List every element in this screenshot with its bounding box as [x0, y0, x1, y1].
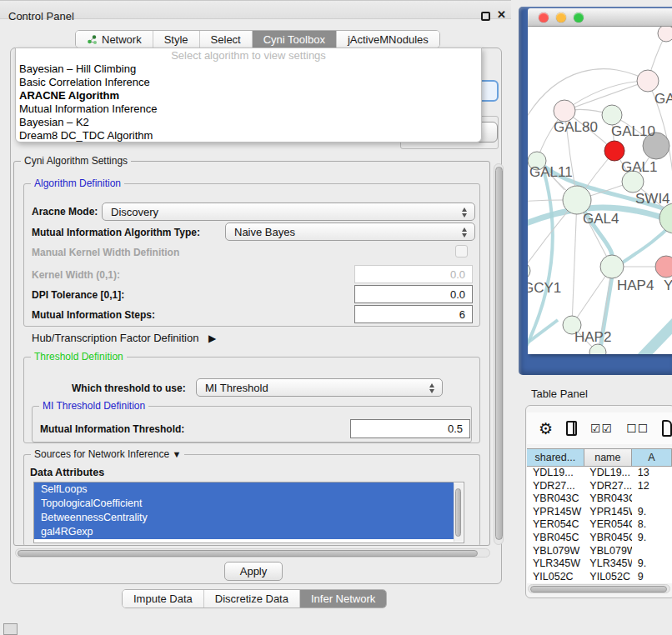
network-edge[interactable]	[528, 200, 563, 202]
kernel-width-field[interactable]: 0.0	[354, 265, 473, 283]
column-view-icon[interactable]	[566, 421, 577, 436]
stepper-icon	[462, 227, 468, 238]
tab-style[interactable]: Style	[153, 31, 200, 48]
table-cell: YBL079W	[584, 545, 631, 558]
float-window-icon[interactable]	[481, 12, 490, 21]
column-header-2[interactable]: name	[584, 449, 632, 466]
collapse-down-arrow-icon[interactable]: ▼	[172, 449, 181, 459]
collapsed-panel-grip[interactable]	[3, 623, 18, 635]
new-table-icon[interactable]	[662, 420, 672, 437]
table-cell: 9	[632, 571, 672, 583]
network-node[interactable]	[658, 27, 672, 42]
close-traffic-light[interactable]	[539, 12, 549, 22]
hub-definition-expander[interactable]: Hub/Transcription Factor Definition ▶	[32, 332, 216, 344]
network-view-canvas[interactable]: GALGAL80GAL10GAL11GAL1SWI4GAL4GCY1HAP4YH…	[528, 27, 672, 354]
table-cell: 9.	[632, 532, 672, 545]
table-row[interactable]: YDL19...YDL19...13	[527, 467, 672, 480]
checked-columns-icon[interactable]: ☑☑	[590, 422, 613, 435]
node-table: shared...nameA YDL19...YDL19...13YDR27..…	[527, 448, 672, 583]
network-window-titlebar[interactable]	[528, 8, 672, 27]
algorithm-option[interactable]: Bayesian – K2	[16, 116, 481, 129]
zoom-traffic-light[interactable]	[574, 12, 584, 22]
node-label: HAP2	[574, 329, 611, 345]
table-row[interactable]: YPR145WYPR145W9.	[527, 506, 672, 519]
table-cell: YDL19...	[527, 467, 584, 480]
tab-label: Discretize Data	[215, 592, 288, 605]
which-threshold-label: Which threshold to use:	[72, 382, 186, 394]
data-attribute-item[interactable]: gal4RGexp	[34, 525, 454, 539]
listbox-scrollbar[interactable]	[454, 483, 463, 542]
network-node[interactable]	[637, 70, 659, 92]
settings-vertical-scrollbar-thumb[interactable]	[495, 167, 503, 540]
mi-steps-field[interactable]: 6	[354, 305, 473, 323]
table-row[interactable]: YBL079WYBL079W	[527, 545, 672, 558]
table-cell	[632, 492, 672, 506]
column-header-1[interactable]: shared...	[527, 449, 584, 466]
table-cell: YPR145W	[527, 506, 584, 519]
network-edge[interactable]	[564, 81, 648, 111]
table-horizontal-scrollbar-thumb[interactable]	[530, 586, 667, 592]
network-edge[interactable]	[638, 315, 672, 354]
data-attribute-item[interactable]: TopologicalCoefficient	[34, 497, 454, 511]
column-header-3[interactable]: A	[632, 449, 672, 466]
tab-impute-data[interactable]: Impute Data	[123, 590, 204, 608]
network-node[interactable]	[600, 255, 624, 278]
algorithm-option[interactable]: Dream8 DC_TDC Algorithm	[16, 129, 481, 142]
algorithm-option[interactable]: Basic Correlation Inference	[16, 76, 481, 89]
data-attributes-listbox[interactable]: SelfLoopsTopologicalCoefficientBetweenne…	[33, 482, 464, 543]
table-panel-toolbar: ⚙ ☑☑ ☐☐	[527, 412, 672, 444]
tab-jactivemnodules[interactable]: jActiveMNodules	[337, 31, 439, 48]
network-node[interactable]	[655, 256, 672, 278]
network-edge[interactable]	[528, 173, 553, 347]
table-cell: YLR345W	[527, 558, 584, 571]
algorithm-option[interactable]: Bayesian – Hill Climbing	[16, 62, 481, 76]
table-row[interactable]: YER054CYER054C8.	[527, 518, 672, 532]
settings-horizontal-scrollbar-thumb[interactable]	[18, 550, 478, 557]
table-cell: YER054C	[527, 518, 584, 532]
table-row[interactable]: YBR043CYBR043C	[527, 492, 672, 506]
mi-type-combobox[interactable]: Naive Bayes	[225, 222, 475, 241]
algorithm-option[interactable]: Mutual Information Inference	[16, 102, 481, 116]
gear-icon[interactable]: ⚙	[539, 421, 553, 437]
unchecked-columns-icon[interactable]: ☐☐	[626, 422, 649, 435]
network-node[interactable]	[528, 262, 530, 279]
sources-title: Sources for Network Inference	[34, 448, 169, 460]
table-row[interactable]: YIL052CYIL052C9	[527, 571, 672, 583]
network-node[interactable]	[589, 344, 606, 354]
apply-button[interactable]: Apply	[224, 562, 283, 581]
table-cell: 12	[632, 480, 672, 493]
table-cell: YIL052C	[527, 571, 584, 583]
control-panel-tabs: NetworkStyleSelectCyni ToolboxjActiveMNo…	[75, 30, 440, 48]
tab-infer-network[interactable]: Infer Network	[300, 590, 386, 608]
aracne-mode-combobox[interactable]: Discovery	[102, 202, 475, 221]
data-attribute-item[interactable]: SelfLoops	[34, 482, 454, 497]
tab-cyni-toolbox[interactable]: Cyni Toolbox	[253, 31, 337, 48]
mi-threshold-field[interactable]: 0.5	[350, 419, 470, 438]
table-row[interactable]: YBR045CYBR045C9.	[527, 532, 672, 545]
mi-type-value: Naive Bayes	[234, 226, 295, 238]
network-node[interactable]	[604, 141, 624, 161]
which-threshold-combobox[interactable]: MI Threshold	[196, 378, 443, 397]
manual-kernel-checkbox[interactable]	[455, 245, 468, 258]
close-icon[interactable]: ✕	[497, 8, 506, 21]
minimize-traffic-light[interactable]	[556, 12, 566, 22]
table-row[interactable]: YDR27...YDR27...12	[527, 480, 672, 493]
data-attribute-item[interactable]: BetweennessCentrality	[34, 511, 454, 525]
aracne-mode-value: Discovery	[111, 206, 158, 218]
network-node[interactable]	[563, 186, 591, 214]
cyni-settings-legend: Cyni Algorithm Settings	[21, 155, 131, 167]
network-edge[interactable]	[572, 200, 577, 325]
tab-discretize-data[interactable]: Discretize Data	[204, 590, 300, 608]
algorithm-option[interactable]: ARACNE Algorithm	[16, 89, 481, 102]
table-row[interactable]: YLR345WYLR345W9.	[527, 558, 672, 571]
listbox-scrollbar-thumb[interactable]	[455, 488, 461, 537]
table-horizontal-scrollbar[interactable]	[528, 584, 670, 593]
tab-label: Network	[102, 33, 142, 46]
which-threshold-value: MI Threshold	[205, 382, 268, 394]
settings-vertical-scrollbar[interactable]	[494, 163, 504, 545]
tab-select[interactable]: Select	[200, 31, 253, 48]
dpi-tolerance-field[interactable]: 0.0	[354, 285, 473, 303]
tab-network[interactable]: Network	[76, 31, 153, 48]
network-node[interactable]	[602, 105, 622, 125]
settings-horizontal-scrollbar[interactable]	[15, 548, 490, 558]
